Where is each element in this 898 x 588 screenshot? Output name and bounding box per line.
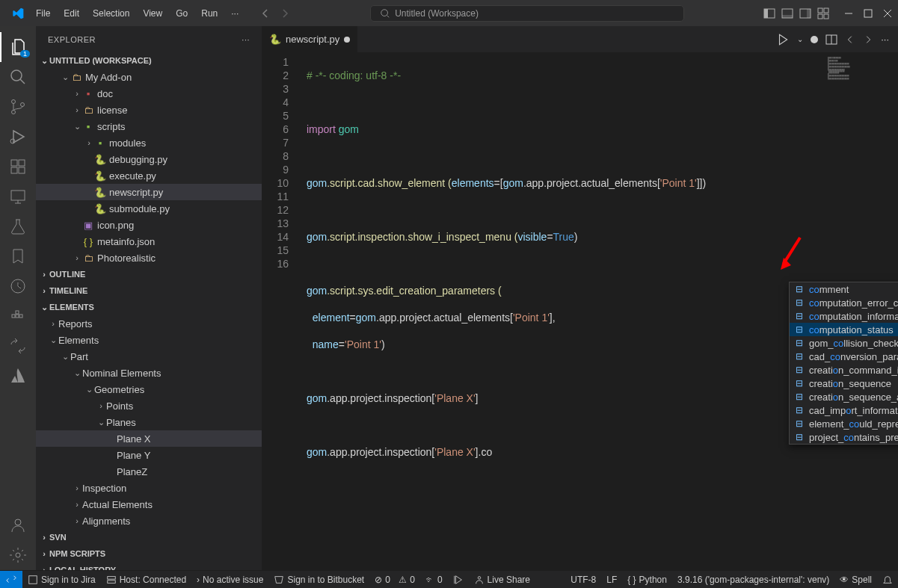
- breakpoint-icon[interactable]: [811, 36, 818, 43]
- tree-inspection[interactable]: ›Inspection: [36, 480, 262, 496]
- tree-planes[interactable]: ⌄Planes: [36, 414, 262, 430]
- close-icon[interactable]: [883, 9, 892, 18]
- section-outline[interactable]: ›OUTLINE: [36, 266, 262, 282]
- nav-forward-small-icon[interactable]: [863, 34, 873, 45]
- tree-folder-addon[interactable]: ⌄🗀My Add-on: [36, 69, 262, 85]
- intellisense-item[interactable]: ⊟computation_statuspartly_not_computed: [790, 323, 898, 336]
- nav-back-small-icon[interactable]: [845, 34, 855, 45]
- maximize-icon[interactable]: [864, 9, 873, 18]
- activity-remote[interactable]: [0, 182, 36, 211]
- tree-file-metainfo[interactable]: { }metainfo.json: [36, 233, 262, 250]
- tree-folder-modules[interactable]: ›▪modules: [36, 134, 262, 151]
- tree-plane-z[interactable]: PlaneZ: [36, 463, 262, 480]
- activity-testing[interactable]: [0, 211, 36, 241]
- activity-explorer[interactable]: 1: [0, 32, 36, 62]
- sb-spell[interactable]: 👁Spell: [834, 571, 877, 588]
- activity-forward[interactable]: [0, 331, 36, 361]
- tree-nominal[interactable]: ⌄Nominal Elements: [36, 365, 262, 381]
- intellisense-item[interactable]: ⊟cad_conversion_parameter: [790, 350, 898, 363]
- tree-folder-scripts[interactable]: ⌄▪scripts: [36, 118, 262, 134]
- sb-eol[interactable]: LF: [601, 571, 622, 588]
- activity-docker[interactable]: [0, 301, 36, 331]
- sb-host[interactable]: Host: Connected: [101, 571, 191, 588]
- section-timeline[interactable]: ›TIMELINE: [36, 282, 262, 299]
- tree-plane-y[interactable]: Plane Y: [36, 447, 262, 463]
- chevron-down-icon[interactable]: ⌄: [797, 35, 803, 43]
- sidebar-more-icon[interactable]: ···: [242, 35, 250, 44]
- sb-ports[interactable]: ᯤ0: [420, 571, 448, 588]
- activity-search[interactable]: [0, 62, 36, 92]
- activity-bookmarks[interactable]: [0, 241, 36, 271]
- minimize-icon[interactable]: [844, 9, 853, 18]
- menu-go[interactable]: Go: [170, 5, 194, 22]
- tree-reports[interactable]: ›Reports: [36, 315, 262, 332]
- layout-sidebar-left-icon[interactable]: [763, 7, 775, 19]
- menu-selection[interactable]: Selection: [87, 5, 135, 22]
- section-npm[interactable]: ›NPM SCRIPTS: [36, 545, 262, 562]
- menu-edit[interactable]: Edit: [58, 5, 85, 22]
- menu-more[interactable]: ···: [225, 5, 245, 22]
- intellisense-item[interactable]: ⊟computation_information: [790, 309, 898, 323]
- activity-timer[interactable]: [0, 271, 36, 301]
- tree-geometries[interactable]: ⌄Geometries: [36, 381, 262, 397]
- split-editor-icon[interactable]: [825, 34, 837, 46]
- tree-file-execute[interactable]: 🐍execute.py: [36, 167, 262, 184]
- intellisense-item[interactable]: ⊟creation_command_is_active: [790, 363, 898, 377]
- section-elements[interactable]: ⌄ELEMENTS: [36, 299, 262, 315]
- intellisense-item[interactable]: ⊟element_could_represent_actual_part: [790, 417, 898, 430]
- section-local-history[interactable]: ›LOCAL HISTORY: [36, 562, 262, 570]
- tree-file-icon[interactable]: ▣icon.png: [36, 217, 262, 233]
- layout-sidebar-right-icon[interactable]: [799, 7, 811, 19]
- sb-issue[interactable]: ›No active issue: [191, 571, 268, 588]
- activity-debug[interactable]: [0, 122, 36, 152]
- tab-newscript[interactable]: 🐍 newscript.py: [262, 26, 358, 52]
- nav-back-icon[interactable]: [259, 7, 271, 19]
- activity-scm[interactable]: [0, 92, 36, 122]
- tree-file-newscript[interactable]: 🐍newscript.py: [36, 184, 262, 200]
- sb-remote[interactable]: [0, 571, 22, 588]
- activity-atlassian[interactable]: [0, 361, 36, 391]
- tree-plane-x[interactable]: Plane X: [36, 430, 262, 447]
- tree-folder-photorealistic[interactable]: ›🗀Photorealistic: [36, 250, 262, 266]
- tree-file-debugging[interactable]: 🐍debugging.py: [36, 151, 262, 167]
- sb-debug[interactable]: [448, 571, 469, 588]
- tree-file-submodule[interactable]: 🐍submodule.py: [36, 200, 262, 217]
- nav-forward-icon[interactable]: [279, 7, 291, 19]
- activity-account[interactable]: [0, 510, 36, 540]
- tree-folder-doc[interactable]: ›▪doc: [36, 85, 262, 102]
- intellisense-item[interactable]: ⊟cad_import_information: [790, 403, 898, 417]
- tree-elements[interactable]: ⌄Elements: [36, 332, 262, 348]
- sb-lang[interactable]: { }Python: [622, 571, 672, 588]
- sb-problems[interactable]: ⊘0 ⚠0: [369, 571, 420, 588]
- sb-notifications[interactable]: [877, 571, 898, 588]
- menu-file[interactable]: File: [30, 5, 56, 22]
- tree-alignments[interactable]: ›Alignments: [36, 513, 262, 529]
- intellisense-item[interactable]: ⊟creation_sequence: [790, 377, 898, 390]
- layout-panel-icon[interactable]: [781, 7, 793, 19]
- json-icon: { }: [82, 235, 94, 247]
- activity-settings[interactable]: [0, 540, 36, 570]
- sb-jira[interactable]: Sign in to Jira: [22, 571, 101, 588]
- sb-encoding[interactable]: UTF-8: [565, 571, 601, 588]
- menu-run[interactable]: Run: [195, 5, 224, 22]
- section-workspace[interactable]: ⌄UNTITLED (WORKSPACE): [36, 52, 262, 69]
- intellisense-item[interactable]: ⊟comment: [790, 282, 898, 296]
- activity-extensions[interactable]: [0, 152, 36, 182]
- layout-customize-icon[interactable]: [817, 7, 829, 19]
- intellisense-item[interactable]: ⊟creation_sequence_args: [790, 390, 898, 403]
- tree-actual[interactable]: ›Actual Elements: [36, 496, 262, 513]
- sb-liveshare[interactable]: Live Share: [469, 571, 535, 588]
- intellisense-item[interactable]: ⊟computation_error_code: [790, 296, 898, 309]
- menu-view[interactable]: View: [137, 5, 168, 22]
- more-icon[interactable]: ···: [881, 34, 889, 45]
- tree-part[interactable]: ⌄Part: [36, 348, 262, 365]
- tree-points[interactable]: ›Points: [36, 397, 262, 414]
- sb-interpreter[interactable]: 3.9.16 ('gom-packages-internal': venv): [672, 571, 834, 588]
- intellisense-item[interactable]: ⊟gom_collision_check_since_load_import_c…: [790, 336, 898, 350]
- intellisense-item[interactable]: ⊟project_contains_preliminary_data: [790, 430, 898, 444]
- search-input[interactable]: Untitled (Workspace): [370, 5, 684, 22]
- run-icon[interactable]: [776, 33, 790, 46]
- sb-bitbucket[interactable]: Sign in to Bitbucket: [268, 571, 369, 588]
- tree-folder-license[interactable]: ›🗀license: [36, 102, 262, 118]
- section-svn[interactable]: ›SVN: [36, 529, 262, 545]
